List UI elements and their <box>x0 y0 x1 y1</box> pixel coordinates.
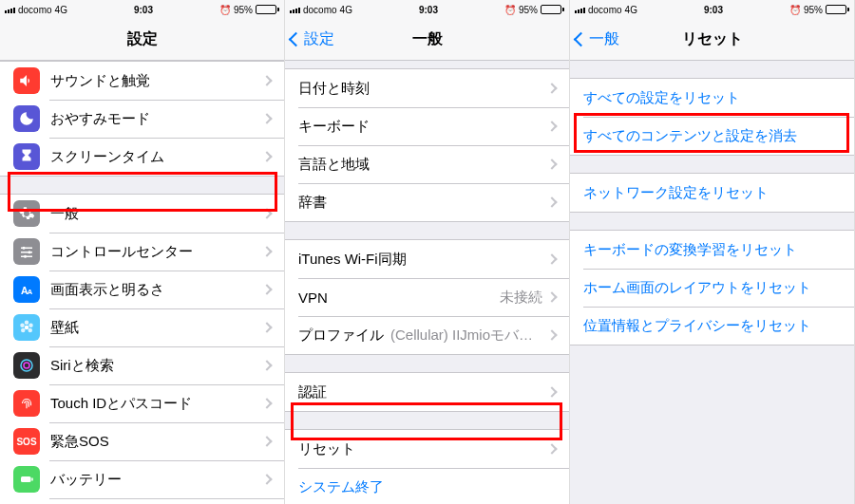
settings-list: サウンドと触覚 おやすみモード スクリーンタイム <box>0 61 284 504</box>
row-privacy[interactable]: プライバシー <box>0 498 284 504</box>
row-reset-keyboard[interactable]: キーボードの変換学習をリセット <box>570 231 854 269</box>
chevron-right-icon <box>261 436 272 446</box>
hourglass-icon <box>13 143 40 170</box>
row-reset-location[interactable]: 位置情報とプライバシーをリセット <box>570 307 854 345</box>
row-touchid[interactable]: Touch IDとパスコード <box>0 384 284 422</box>
row-vpn[interactable]: VPN 未接続 <box>285 278 569 316</box>
row-display[interactable]: AA 画面表示と明るさ <box>0 271 284 308</box>
row-label: リセット <box>298 440 548 458</box>
svg-point-15 <box>24 363 29 368</box>
row-label: すべての設定をリセット <box>583 89 841 107</box>
row-label: システム終了 <box>298 478 556 496</box>
row-keyboard[interactable]: キーボード <box>285 107 569 145</box>
chevron-right-icon <box>546 329 557 340</box>
row-ituneswifi[interactable]: iTunes Wi-Fi同期 <box>285 240 569 278</box>
row-sos[interactable]: SOS 緊急SOS <box>0 422 284 460</box>
chevron-right-icon <box>546 291 557 302</box>
network-label: 4G <box>625 5 637 15</box>
row-dictionary[interactable]: 辞書 <box>285 183 569 221</box>
chevron-right-icon <box>261 246 272 256</box>
svg-point-9 <box>25 321 29 326</box>
battery-icon <box>826 5 849 14</box>
sos-icon: SOS <box>13 428 40 455</box>
switches-icon <box>13 238 40 265</box>
row-label: 一般 <box>50 205 263 223</box>
row-dnd[interactable]: おやすみモード <box>0 100 284 138</box>
alarm-icon: ⏰ <box>504 5 516 15</box>
chevron-right-icon <box>546 196 557 207</box>
flower-icon <box>13 314 40 341</box>
svg-rect-16 <box>21 476 31 482</box>
screen-general: docomo 4G 9:03 ⏰ 95% 設定 一般 日付と時刻 キーボード <box>285 0 570 504</box>
row-label: キーボードの変換学習をリセット <box>583 241 841 259</box>
row-label: Touch IDとパスコード <box>50 395 263 413</box>
row-label: プロファイル <box>298 327 390 345</box>
chevron-left-icon <box>574 32 589 47</box>
row-wallpaper[interactable]: 壁紙 <box>0 308 284 346</box>
row-reset[interactable]: リセット <box>285 430 569 468</box>
status-bar: docomo 4G 9:03 ⏰ 95% <box>285 0 569 19</box>
chevron-right-icon <box>261 322 272 332</box>
battery-icon <box>541 5 564 14</box>
row-screentime[interactable]: スクリーンタイム <box>0 138 284 176</box>
chevron-right-icon <box>261 75 272 85</box>
row-label: ネットワーク設定をリセット <box>583 184 841 202</box>
row-label: 画面表示と明るさ <box>50 281 263 299</box>
row-sound[interactable]: サウンドと触覚 <box>0 62 284 100</box>
row-label: 辞書 <box>298 194 548 212</box>
sound-icon <box>13 67 40 94</box>
signal-icon <box>575 6 585 13</box>
row-reset-all-settings[interactable]: すべての設定をリセット <box>570 79 854 117</box>
row-reset-network[interactable]: ネットワーク設定をリセット <box>570 174 854 212</box>
carrier-label: docomo <box>588 5 622 15</box>
row-language[interactable]: 言語と地域 <box>285 145 569 183</box>
row-reset-home[interactable]: ホーム画面のレイアウトをリセット <box>570 269 854 307</box>
chevron-right-icon <box>546 443 557 454</box>
row-label: 壁紙 <box>50 319 263 337</box>
chevron-right-icon <box>546 386 557 397</box>
gear-icon <box>13 200 40 227</box>
row-label: iTunes Wi-Fi同期 <box>298 251 548 269</box>
battery-pct: 95% <box>519 5 538 15</box>
nav-header: 設定 <box>0 19 284 61</box>
svg-rect-5 <box>21 256 32 258</box>
nav-header: 設定 一般 <box>285 19 569 61</box>
row-erase-all[interactable]: すべてのコンテンツと設定を消去 <box>570 117 854 155</box>
chevron-right-icon <box>261 360 272 370</box>
row-shutdown[interactable]: システム終了 <box>285 468 569 504</box>
screen-settings: docomo 4G 9:03 ⏰ 95% 設定 サウンドと触覚 <box>0 0 285 504</box>
row-label: キーボード <box>298 118 548 136</box>
row-label: スクリーンタイム <box>50 148 263 166</box>
chevron-right-icon <box>261 284 272 294</box>
chevron-right-icon <box>261 474 272 484</box>
carrier-label: docomo <box>18 5 52 15</box>
row-battery[interactable]: バッテリー <box>0 460 284 498</box>
row-profile[interactable]: プロファイル (Cellular) IIJmioモバイルサ… <box>285 316 569 354</box>
svg-rect-3 <box>21 252 32 253</box>
alarm-icon: ⏰ <box>219 5 231 15</box>
moon-icon <box>13 105 40 132</box>
back-button[interactable]: 設定 <box>285 29 334 49</box>
battery-pct: 95% <box>804 5 823 15</box>
chevron-right-icon <box>546 159 557 169</box>
carrier-label: docomo <box>303 5 337 15</box>
nav-header: 一般 リセット <box>570 19 854 61</box>
back-button[interactable]: 一般 <box>570 29 619 49</box>
signal-icon <box>290 6 300 13</box>
svg-point-11 <box>28 328 33 333</box>
page-title: 設定 <box>0 29 284 49</box>
row-label: 認証 <box>298 383 548 401</box>
back-label: 一般 <box>589 29 619 49</box>
general-list: 日付と時刻 キーボード 言語と地域 辞書 iTunes Wi-Fi同期 <box>285 68 569 504</box>
battery-pct: 95% <box>234 5 253 15</box>
chevron-right-icon <box>546 121 557 131</box>
row-datetime[interactable]: 日付と時刻 <box>285 69 569 107</box>
row-siri[interactable]: Siriと検索 <box>0 346 284 384</box>
row-general[interactable]: 一般 <box>0 195 284 233</box>
row-controlcenter[interactable]: コントロールセンター <box>0 233 284 271</box>
row-label: おやすみモード <box>50 110 263 128</box>
screen-reset: docomo 4G 9:03 ⏰ 95% 一般 リセット すべての設定をリセット… <box>570 0 855 504</box>
row-label: 言語と地域 <box>298 156 548 174</box>
row-auth[interactable]: 認証 <box>285 373 569 411</box>
chevron-right-icon <box>546 253 557 264</box>
